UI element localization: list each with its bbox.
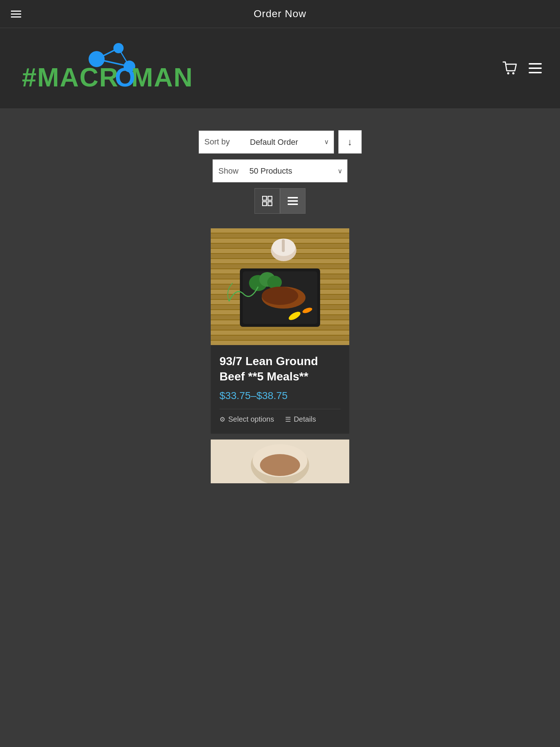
- header: #MACR MAN O: [0, 28, 560, 108]
- sort-direction-button[interactable]: ↓: [338, 130, 362, 154]
- list-details-icon: ☰: [285, 415, 291, 423]
- gear-icon: ⚙: [219, 415, 225, 423]
- svg-point-10: [512, 72, 514, 74]
- grid-icon: [262, 196, 272, 206]
- svg-rect-56: [282, 239, 285, 252]
- svg-rect-15: [268, 196, 272, 200]
- products-grid: 93/7 Lean Ground Beef **5 Meals** $33.75…: [211, 228, 349, 483]
- svg-rect-23: [211, 233, 349, 238]
- svg-rect-18: [288, 197, 298, 198]
- sort-select[interactable]: Default Order Price: Low to High Price: …: [199, 131, 334, 154]
- topbar-order-now-link[interactable]: Order Now: [254, 8, 306, 20]
- list-view-button[interactable]: [280, 188, 306, 214]
- product-info: 93/7 Lean Ground Beef **5 Meals** $33.75…: [211, 345, 349, 434]
- sort-row: Default Order Price: Low to High Price: …: [199, 130, 362, 154]
- svg-rect-17: [268, 202, 272, 206]
- svg-text:MAN: MAN: [131, 63, 193, 92]
- select-options-button[interactable]: ⚙ Select options: [219, 415, 274, 423]
- product-actions: ⚙ Select options ☰ Details: [219, 409, 341, 426]
- svg-point-60: [260, 454, 300, 476]
- list-icon: [288, 197, 298, 205]
- show-select-wrapper: 50 Products 10 Products 20 Products 100 …: [213, 159, 347, 182]
- svg-rect-13: [529, 72, 542, 73]
- view-toggle: [254, 188, 306, 214]
- product-card-partial: [211, 440, 349, 483]
- main-content: Default Order Price: Low to High Price: …: [0, 108, 560, 505]
- show-select[interactable]: 50 Products 10 Products 20 Products 100 …: [213, 159, 347, 182]
- svg-rect-29: [211, 264, 349, 268]
- svg-rect-43: [211, 336, 349, 340]
- product-price: $33.75–$38.75: [219, 390, 341, 402]
- sort-select-wrapper: Default Order Price: Low to High Price: …: [199, 131, 334, 154]
- product-image-partial[interactable]: [211, 440, 349, 483]
- partial-product-image-svg: [211, 440, 349, 483]
- product-image[interactable]: [211, 228, 349, 345]
- product-card: 93/7 Lean Ground Beef **5 Meals** $33.75…: [211, 228, 349, 434]
- details-label: Details: [294, 415, 316, 423]
- show-row: 50 Products 10 Products 20 Products 100 …: [213, 159, 347, 182]
- sort-direction-icon: ↓: [347, 136, 352, 148]
- svg-text:#MACR: #MACR: [22, 63, 119, 92]
- svg-rect-22: [211, 228, 349, 233]
- topbar-menu-button[interactable]: [11, 11, 21, 18]
- svg-text:O: O: [115, 63, 136, 92]
- svg-rect-19: [288, 200, 298, 202]
- svg-rect-44: [211, 341, 349, 345]
- svg-rect-20: [288, 204, 298, 205]
- svg-rect-12: [529, 67, 542, 69]
- top-bar: Order Now: [0, 0, 560, 28]
- cart-button[interactable]: [502, 61, 518, 75]
- nav-menu-button[interactable]: [529, 63, 542, 73]
- header-icons: [502, 61, 542, 75]
- details-button[interactable]: ☰ Details: [285, 415, 316, 423]
- svg-point-9: [507, 72, 509, 74]
- logo-svg: #MACR MAN O: [18, 39, 215, 97]
- select-options-label: Select options: [228, 415, 274, 423]
- svg-rect-14: [262, 196, 267, 200]
- product-image-svg: [211, 228, 349, 345]
- logo[interactable]: #MACR MAN O: [18, 39, 215, 97]
- svg-rect-16: [262, 202, 267, 206]
- svg-rect-42: [211, 330, 349, 335]
- grid-view-button[interactable]: [254, 188, 280, 214]
- svg-rect-11: [529, 63, 542, 65]
- filter-controls: Default Order Price: Low to High Price: …: [199, 130, 362, 214]
- svg-point-51: [262, 287, 298, 305]
- product-title: 93/7 Lean Ground Beef **5 Meals**: [219, 354, 341, 384]
